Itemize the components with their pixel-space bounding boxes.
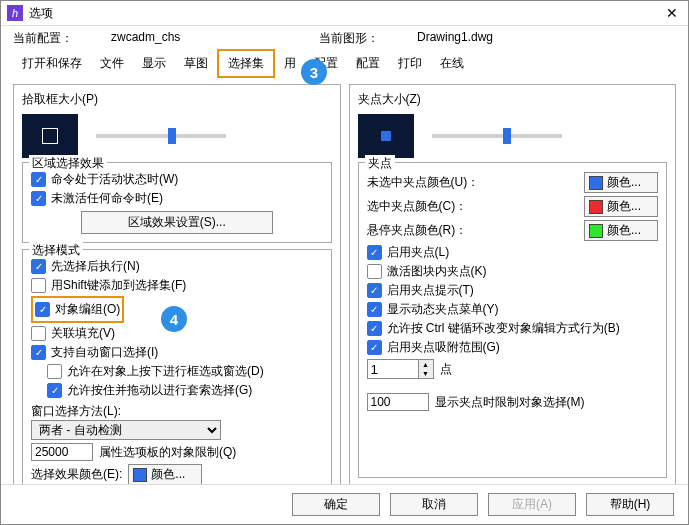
snap-range-input[interactable]: ▲▼ — [367, 359, 434, 379]
selection-mode-group: 选择模式 先选择后执行(N) 用Shift键添加到选择集(F) 对象编组(O) … — [22, 249, 332, 497]
chk-grip-snap-range[interactable]: 启用夹点吸附范围(G) — [367, 339, 659, 356]
tab-bar: 打开和保存 文件 显示 草图 选择集 用 配置 配置 打印 在线 — [1, 49, 688, 78]
unselected-grip-color-button[interactable]: 颜色... — [584, 172, 658, 193]
tab-file[interactable]: 文件 — [91, 51, 133, 76]
ok-button[interactable]: 确定 — [292, 493, 380, 516]
object-grouping-highlight: 对象编组(O) — [31, 296, 124, 323]
callout-3: 3 — [301, 59, 327, 85]
tab-config2[interactable]: 配置 — [347, 51, 389, 76]
hover-grip-color-button[interactable]: 颜色... — [584, 220, 658, 241]
chk-dynamic-grip-menu[interactable]: 显示动态夹点菜单(Y) — [367, 301, 659, 318]
pickbox-preview — [22, 114, 78, 158]
chk-enable-grips[interactable]: 启用夹点(L) — [367, 244, 659, 261]
right-panel: 夹点大小(Z) 夹点 未选中夹点颜色(U)： 颜色... 选中夹点颜色(C)： … — [349, 84, 677, 510]
grip-size-label: 夹点大小(Z) — [358, 91, 668, 108]
chk-ctrl-cycle[interactable]: 允许按 Ctrl 键循环改变对象编辑方式行为(B) — [367, 320, 659, 337]
grip-slider[interactable] — [432, 134, 562, 138]
window-title: 选项 — [29, 5, 662, 22]
cancel-button[interactable]: 取消 — [390, 493, 478, 516]
selected-grip-label: 选中夹点颜色(C)： — [367, 198, 579, 215]
window-select-method[interactable]: 两者 - 自动检测 — [31, 420, 221, 440]
tab-print[interactable]: 打印 — [389, 51, 431, 76]
tab-online[interactable]: 在线 — [431, 51, 473, 76]
chk-press-drag-window[interactable]: 允许在对象上按下进行框选或窗选(D) — [47, 363, 323, 380]
unselected-grip-label: 未选中夹点颜色(U)： — [367, 174, 579, 191]
apply-button[interactable]: 应用(A) — [488, 493, 576, 516]
chk-active-command[interactable]: 命令处于活动状态时(W) — [31, 171, 323, 188]
snap-range-unit: 点 — [440, 361, 452, 378]
config-value: zwcadm_chs — [111, 30, 311, 47]
close-icon[interactable]: ✕ — [662, 5, 682, 21]
display-limit-input[interactable] — [367, 393, 429, 411]
selection-mode-title: 选择模式 — [29, 242, 83, 259]
chk-auto-window[interactable]: 支持自动窗口选择(I) — [31, 344, 323, 361]
grip-group: 夹点 未选中夹点颜色(U)： 颜色... 选中夹点颜色(C)： 颜色... 悬停… — [358, 162, 668, 478]
help-button[interactable]: 帮助(H) — [586, 493, 674, 516]
drawing-label: 当前图形： — [319, 30, 409, 47]
chk-no-command[interactable]: 未激活任何命令时(E) — [31, 190, 323, 207]
pickbox-size-label: 拾取框大小(P) — [22, 91, 332, 108]
left-panel: 拾取框大小(P) 区域选择效果 命令处于活动状态时(W) 未激活任何命令时(E)… — [13, 84, 341, 510]
selection-color-label: 选择效果颜色(E): — [31, 466, 122, 483]
app-icon: h — [7, 5, 23, 21]
pickbox-slider[interactable] — [96, 134, 226, 138]
tab-display[interactable]: 显示 — [133, 51, 175, 76]
display-limit-label: 显示夹点时限制对象选择(M) — [435, 394, 585, 411]
region-effect-group: 区域选择效果 命令处于活动状态时(W) 未激活任何命令时(E) 区域效果设置(S… — [22, 162, 332, 243]
chk-grip-tips[interactable]: 启用夹点提示(T) — [367, 282, 659, 299]
chk-press-drag-lasso[interactable]: 允许按住并拖动以进行套索选择(G) — [47, 382, 323, 399]
tab-draft[interactable]: 草图 — [175, 51, 217, 76]
dialog-footer: 确定 取消 应用(A) 帮助(H) — [1, 484, 688, 524]
spin-up-icon[interactable]: ▲ — [418, 360, 433, 369]
hover-grip-label: 悬停夹点颜色(R)： — [367, 222, 579, 239]
title-bar: h 选项 ✕ — [1, 1, 688, 26]
spin-down-icon[interactable]: ▼ — [418, 369, 433, 378]
window-select-label: 窗口选择方法(L): — [31, 403, 323, 420]
tab-open-save[interactable]: 打开和保存 — [13, 51, 91, 76]
chk-grips-in-block[interactable]: 激活图块内夹点(K) — [367, 263, 659, 280]
chk-noun-verb[interactable]: 先选择后执行(N) — [31, 258, 323, 275]
object-limit-label: 属性选项板的对象限制(Q) — [99, 444, 236, 461]
chk-shift-add[interactable]: 用Shift键添加到选择集(F) — [31, 277, 323, 294]
drawing-value: Drawing1.dwg — [417, 30, 617, 47]
grip-group-title: 夹点 — [365, 155, 395, 172]
chk-object-grouping[interactable]: 对象编组(O) — [35, 301, 120, 318]
config-row: 当前配置： zwcadm_chs 当前图形： Drawing1.dwg — [1, 26, 688, 49]
region-effect-settings-button[interactable]: 区域效果设置(S)... — [81, 211, 273, 234]
selection-color-button[interactable]: 颜色... — [128, 464, 202, 485]
tab-selection[interactable]: 选择集 — [217, 49, 275, 78]
grip-preview — [358, 114, 414, 158]
region-effect-title: 区域选择效果 — [29, 155, 107, 172]
object-limit-input[interactable] — [31, 443, 93, 461]
selected-grip-color-button[interactable]: 颜色... — [584, 196, 658, 217]
config-label: 当前配置： — [13, 30, 103, 47]
callout-4: 4 — [161, 306, 187, 332]
